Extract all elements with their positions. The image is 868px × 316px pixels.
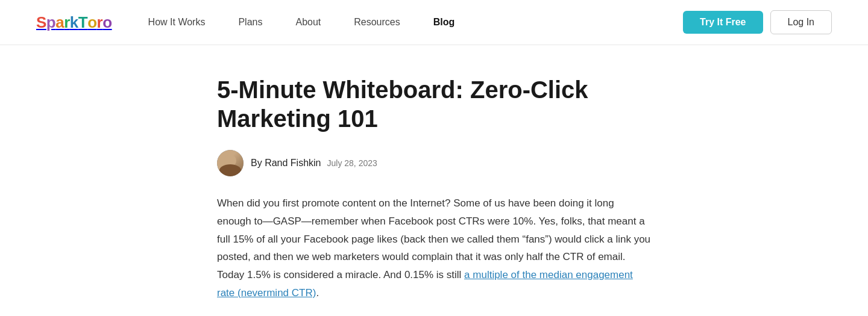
- article-body: When did you first promote content on th…: [217, 194, 651, 302]
- header-actions: Try It Free Log In: [683, 10, 832, 34]
- nav-blog[interactable]: Blog: [433, 17, 455, 28]
- nav-plans[interactable]: Plans: [238, 17, 262, 28]
- author-row: By Rand Fishkin July 28, 2023: [217, 150, 651, 176]
- site-header: SparkToro How It Works Plans About Resou…: [0, 0, 868, 45]
- article-body-text: When did you first promote content on th…: [217, 197, 650, 280]
- login-button[interactable]: Log In: [770, 10, 832, 34]
- nav-resources[interactable]: Resources: [354, 17, 400, 28]
- article-date: July 28, 2023: [327, 158, 377, 168]
- author-byline: By Rand Fishkin: [251, 158, 321, 169]
- logo[interactable]: SparkToro: [36, 13, 148, 32]
- nav-how-it-works[interactable]: How It Works: [148, 17, 206, 28]
- article-main: 5-Minute Whiteboard: Zero-Click Marketin…: [205, 45, 663, 316]
- try-free-button[interactable]: Try It Free: [683, 11, 763, 34]
- nav-about[interactable]: About: [295, 17, 321, 28]
- article-title: 5-Minute Whiteboard: Zero-Click Marketin…: [217, 75, 651, 133]
- author-meta: By Rand Fishkin July 28, 2023: [251, 158, 377, 169]
- author-avatar: [217, 150, 244, 176]
- author-name: Rand Fishkin: [265, 158, 321, 168]
- main-nav: How It Works Plans About Resources Blog: [148, 17, 683, 28]
- article-body-end: .: [316, 287, 319, 299]
